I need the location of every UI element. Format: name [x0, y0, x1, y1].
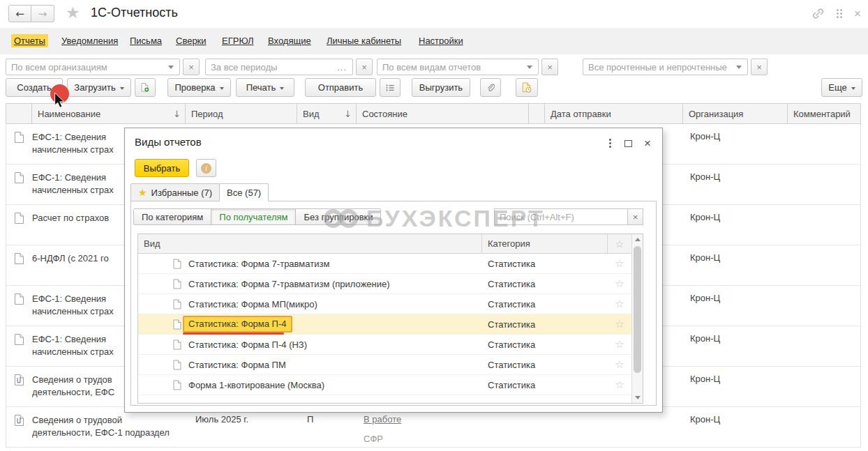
tab-personal-accounts[interactable]: Личные кабинеты: [327, 36, 401, 46]
column-header-state[interactable]: Состояние: [357, 104, 529, 123]
ellipsis-icon[interactable]: ...: [337, 62, 347, 72]
chevron-down-icon: [280, 87, 284, 90]
more-button[interactable]: Еще: [821, 78, 862, 97]
favorite-toggle-icon[interactable]: ☆: [608, 379, 631, 391]
filter-report-kinds-input[interactable]: По всем видам отчетов: [377, 59, 539, 75]
favorite-toggle-icon[interactable]: ☆: [608, 277, 631, 290]
chevron-down-icon: [851, 87, 855, 90]
favorite-toggle-icon[interactable]: ☆: [608, 298, 631, 310]
favorite-toggle-icon[interactable]: ☆: [608, 358, 631, 371]
grouping-toggles: По категориям По получателям Без группир…: [133, 208, 381, 225]
chevron-down-icon[interactable]: [527, 66, 532, 69]
scroll-down-icon[interactable]: [635, 396, 641, 399]
tab-settings[interactable]: Настройки: [419, 36, 463, 46]
forward-button[interactable]: →: [31, 5, 54, 22]
document-icon: [14, 171, 24, 184]
kind-row[interactable]: Статистика: Форма 7-травматизм (приложен…: [138, 274, 643, 294]
kind-row[interactable]: Форма 1-квотирование (Москва) Статистика…: [138, 375, 643, 395]
chevron-down-icon: [220, 87, 224, 90]
tab-egrul[interactable]: ЕГРЮЛ: [222, 36, 253, 46]
filter-clear-button[interactable]: ×: [183, 59, 200, 75]
kind-row[interactable]: Статистика: Форма МП(микро) Статистика ☆: [138, 294, 643, 314]
page-title: 1С-Отчетность: [91, 6, 178, 20]
deferred-reports-button[interactable]: [516, 78, 538, 97]
favorite-toggle-icon[interactable]: ☆: [608, 257, 631, 270]
favorite-toggle-icon[interactable]: ☆: [608, 338, 631, 351]
favorite-toggle-icon[interactable]: ☆: [608, 318, 631, 330]
toolbar: Создать Загрузить Проверка Печать Отправ…: [0, 78, 868, 97]
tab-letters[interactable]: Письма: [130, 36, 162, 46]
link-icon[interactable]: [811, 7, 825, 20]
filter-placeholder: За все периоды: [206, 62, 334, 72]
report-kinds-dialog: Виды отчетов × Выбрать i ★ Избранные (7)…: [124, 128, 663, 413]
new-from-file-button[interactable]: [135, 78, 156, 97]
document-icon: [14, 333, 24, 346]
more-options-icon[interactable]: [837, 9, 842, 18]
chevron-down-icon[interactable]: [736, 66, 742, 69]
info-button[interactable]: i: [196, 159, 216, 177]
filter-clear-button[interactable]: ×: [751, 59, 768, 75]
sort-desc-icon: ↓: [173, 109, 181, 123]
column-header-kind[interactable]: Вид↓: [297, 104, 357, 123]
scrollbar[interactable]: [631, 234, 643, 403]
column-header-period[interactable]: Период: [186, 104, 297, 123]
dialog-close-icon[interactable]: ×: [644, 137, 651, 149]
document-icon: [173, 319, 181, 330]
document-icon: [173, 380, 181, 390]
kind-row[interactable]: Статистика: Форма ПМ Статистика ☆: [138, 355, 643, 375]
scrollbar-thumb[interactable]: [634, 246, 641, 373]
column-header-sent-date[interactable]: Дата отправки: [545, 104, 683, 123]
column-header-category[interactable]: Категория: [482, 234, 608, 253]
filter-periods-input[interactable]: За все периоды ...: [205, 59, 353, 75]
mouse-cursor-icon: [54, 93, 66, 109]
toggle-by-categories[interactable]: По категориям: [133, 208, 211, 225]
document-icon: [14, 252, 24, 265]
document-icon: [14, 131, 24, 144]
send-button[interactable]: Отправить: [305, 78, 376, 97]
document-icon: [173, 279, 181, 289]
back-button[interactable]: ←: [8, 5, 31, 22]
report-kinds-table: Вид Категория ☆ Статистика: Форма 7-трав…: [137, 234, 643, 404]
filter-clear-button[interactable]: ×: [541, 59, 558, 75]
state-link[interactable]: В работе: [364, 414, 401, 425]
chevron-down-icon[interactable]: [168, 66, 174, 69]
print-button[interactable]: Печать: [236, 78, 294, 97]
attachments-button[interactable]: [480, 78, 501, 97]
load-button[interactable]: Загрузить: [67, 78, 131, 97]
dialog-menu-icon[interactable]: [608, 139, 613, 148]
scroll-up-icon[interactable]: [635, 238, 641, 241]
search-clear-button[interactable]: ×: [627, 208, 643, 225]
column-header-favorite[interactable]: ☆: [608, 234, 631, 253]
tab-incoming[interactable]: Входящие: [268, 36, 311, 46]
filter-clear-button[interactable]: ×: [356, 59, 373, 75]
report-row[interactable]: Сведения о трудовойдеятельности, ЕФС-1 п…: [6, 407, 860, 448]
filter-placeholder: Все прочтенные и непрочтенные: [583, 62, 733, 72]
kind-row[interactable]: Статистика: Форма 7-травматизм Статистик…: [138, 254, 643, 274]
kind-row[interactable]: Статистика: Форма П-4 (НЗ) Статистика ☆: [138, 335, 643, 355]
export-button[interactable]: Выгрузить: [412, 78, 470, 97]
filter-organizations-input[interactable]: По всем организациям: [6, 59, 180, 75]
column-header-comment[interactable]: Комментарий: [788, 104, 860, 123]
favorite-star-icon[interactable]: ★: [66, 3, 80, 22]
send-list-button[interactable]: [380, 78, 401, 97]
maximize-icon[interactable]: [624, 140, 632, 147]
toggle-no-grouping[interactable]: Без группировки: [295, 208, 381, 225]
toggle-by-recipients[interactable]: По получателям: [211, 208, 296, 225]
filter-read-state-input[interactable]: Все прочтенные и непрочтенные: [583, 59, 748, 75]
filter-organizations: По всем организациям ×: [6, 59, 200, 75]
filter-periods: За все периоды ... ×: [205, 59, 373, 75]
chevron-down-icon: [120, 87, 124, 90]
column-header-kind[interactable]: Вид: [138, 234, 482, 253]
kinds-table-header: Вид Категория ☆: [138, 234, 643, 254]
kind-row-selected[interactable]: Статистика: Форма П-4 Статистика ☆: [138, 314, 643, 335]
check-button[interactable]: Проверка: [167, 78, 231, 97]
tab-notifications[interactable]: Уведомления: [61, 36, 118, 46]
search-input[interactable]: Поиск (Ctrl+Alt+F): [494, 208, 628, 225]
column-header-org[interactable]: Организация: [683, 104, 788, 123]
close-icon[interactable]: ×: [854, 8, 861, 20]
tab-reports[interactable]: Отчеты: [11, 34, 48, 47]
tab-reconciliations[interactable]: Сверки: [176, 36, 207, 46]
tab-all[interactable]: Все (57): [219, 183, 269, 201]
select-button[interactable]: Выбрать: [135, 159, 189, 177]
tab-favorites[interactable]: ★ Избранные (7): [130, 183, 220, 201]
